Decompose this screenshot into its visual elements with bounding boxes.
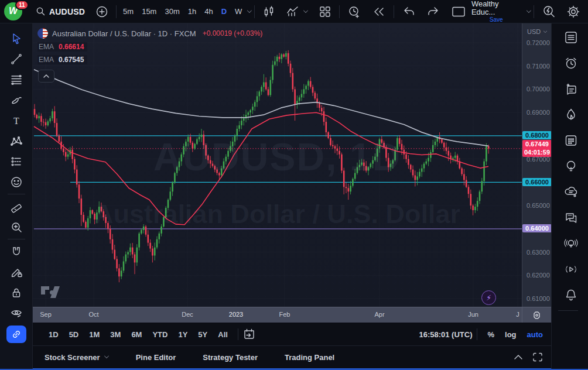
sidebar-calendar-button[interactable] [558, 128, 584, 153]
tool-zoom-in[interactable] [5, 217, 28, 237]
tool-cursor[interactable] [5, 28, 28, 49]
lightbulb-icon [563, 159, 579, 174]
percent-scale-button[interactable]: % [482, 330, 500, 339]
sidebar-watchlist-button[interactable] [558, 25, 584, 50]
panel-expand-icon[interactable] [514, 354, 523, 360]
price-tick: 0.61000 [522, 295, 552, 302]
magnet-icon [10, 245, 23, 258]
tool-text[interactable]: T [5, 110, 28, 131]
sidebar-notes-button[interactable] [558, 76, 584, 102]
chart-settings-button[interactable] [561, 0, 586, 23]
timeframe-D[interactable]: D [217, 0, 231, 23]
watchlist-icon [563, 30, 579, 45]
clock-utc[interactable]: 16:58:01 (UTC) [419, 330, 472, 339]
go-to-date-button[interactable] [243, 327, 255, 341]
timeframe-30m[interactable]: 30m [160, 0, 183, 23]
sidebar-ideas-button[interactable] [558, 153, 584, 179]
account-logo[interactable]: W 11 [0, 0, 30, 23]
range-ytd[interactable]: YTD [147, 330, 173, 339]
undo-button[interactable] [396, 0, 421, 23]
select-layout-button[interactable] [446, 0, 471, 23]
sidebar-live-ideas-button[interactable] [558, 231, 584, 256]
tool-lock-all[interactable] [5, 282, 28, 303]
tool-magnet[interactable] [5, 241, 28, 262]
layout-dropdown-icon[interactable] [527, 8, 531, 13]
legend-collapse-button[interactable] [38, 70, 54, 83]
level-price-label: 0.66000 [522, 178, 552, 186]
candlestick-chart[interactable] [33, 23, 522, 307]
layout-name-button[interactable]: Wealthy Educ... Save [471, 0, 521, 23]
price-axis-currency[interactable]: USD [527, 28, 548, 35]
timeframe-1h[interactable]: 1h [184, 0, 200, 23]
range-6m[interactable]: 6M [126, 330, 147, 339]
range-1d[interactable]: 1D [43, 330, 64, 339]
legend-symbol-row[interactable]: Australian Dollar / U.S. Dollar · 1D · F… [37, 28, 262, 39]
timeframe-4h[interactable]: 4h [200, 0, 217, 23]
layout-grid-button[interactable] [313, 0, 337, 23]
divider [339, 5, 340, 18]
sidebar-minds-button[interactable] [558, 179, 584, 205]
legend-ema-1[interactable]: EMA 0.66614 [37, 42, 87, 52]
tab-stock-screener[interactable]: Stock Screener [45, 353, 109, 362]
tab-trading-panel[interactable]: Trading Panel [285, 353, 334, 362]
legend-ema-2[interactable]: EMA 0.67545 [37, 55, 87, 64]
tool-forecast[interactable] [5, 151, 28, 172]
search-icon [36, 6, 46, 16]
divider [8, 239, 25, 239]
symbol-name: AUDUSD [49, 7, 85, 16]
broker-bolt-button[interactable]: ⚡ [481, 290, 496, 305]
layout-name-label: Wealthy Educ... [471, 0, 521, 16]
tool-xabcd-pattern[interactable] [5, 131, 28, 151]
tool-emoji[interactable] [5, 172, 28, 192]
legend-title: Australian Dollar / U.S. Dollar · 1D · F… [52, 29, 196, 38]
range-1y[interactable]: 1Y [173, 330, 193, 339]
chart-pane[interactable]: AUDUSD, 1D Australian Dollar / U.S. Doll… [33, 23, 551, 307]
timeframe-5m[interactable]: 5m [119, 0, 138, 23]
tool-sync-drawings[interactable] [6, 326, 26, 343]
chart-type-button[interactable] [257, 0, 281, 23]
tab-pine-editor[interactable]: Pine Editor [136, 353, 176, 362]
alert-clock-plus-icon [347, 5, 361, 19]
redo-button[interactable] [421, 0, 446, 23]
tool-drawing-mode[interactable] [5, 262, 28, 282]
axis-settings-corner[interactable] [522, 307, 551, 323]
sidebar-hotlists-button[interactable] [558, 102, 584, 128]
indicators-dropdown-icon[interactable] [303, 8, 308, 13]
tradingview-logo[interactable] [40, 286, 64, 301]
range-1m[interactable]: 1M [84, 330, 105, 339]
fullscreen-icon[interactable] [532, 352, 543, 362]
indicators-button[interactable] [281, 0, 313, 23]
range-5d[interactable]: 5D [64, 330, 84, 339]
time-axis[interactable]: SepOctDec2023FebAprJunJ [33, 307, 551, 323]
timeframe-W[interactable]: W [231, 0, 246, 23]
range-5y[interactable]: 5Y [193, 330, 213, 339]
create-alert-button[interactable] [342, 0, 367, 23]
range-toolbar: 1D5D1M3M6MYTD1Y5YAll 16:58:01 (UTC) % lo… [33, 323, 551, 345]
timeframe-15m[interactable]: 15m [138, 0, 160, 23]
range-3m[interactable]: 3M [105, 330, 126, 339]
compare-add-button[interactable] [90, 0, 114, 23]
range-all[interactable]: All [213, 330, 233, 339]
sidebar-streams-button[interactable] [558, 256, 584, 282]
smiley-icon [10, 176, 23, 189]
quick-search-button[interactable] [536, 0, 561, 23]
plot-region[interactable]: ⚡ [33, 23, 522, 307]
svg-text:T: T [13, 115, 19, 125]
tool-measure[interactable] [5, 196, 28, 217]
tool-hide-drawings[interactable] [5, 303, 28, 323]
log-scale-button[interactable]: log [500, 330, 522, 339]
tool-trend-line[interactable] [5, 49, 28, 69]
sidebar-chat-button[interactable] [558, 205, 584, 231]
tool-fib-retracement[interactable] [5, 69, 28, 90]
tab-strategy-tester[interactable]: Strategy Tester [203, 353, 258, 362]
symbol-search-button[interactable]: AUDUSD [30, 0, 90, 23]
timeframe-dropdown-icon[interactable] [247, 8, 252, 13]
sidebar-notifications-button[interactable] [558, 282, 584, 308]
save-link[interactable]: Save [490, 16, 503, 23]
price-tick: 0.72000 [522, 39, 552, 46]
sidebar-alerts-button[interactable] [558, 50, 584, 76]
tool-brush[interactable] [5, 90, 28, 110]
auto-scale-button[interactable]: auto [522, 330, 551, 339]
bar-replay-button[interactable] [367, 0, 391, 23]
price-axis[interactable]: USD 0.720000.710000.700000.690000.680000… [522, 23, 551, 307]
